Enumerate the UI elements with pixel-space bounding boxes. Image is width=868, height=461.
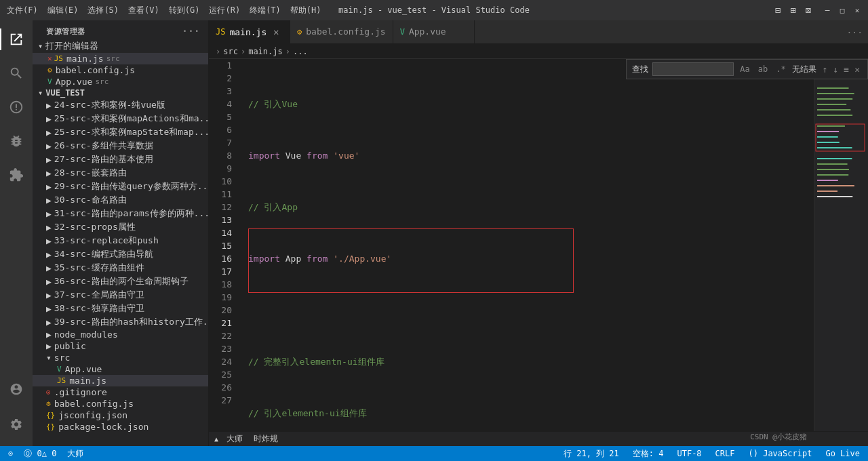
open-file-vue-name: App.vue [56,77,93,87]
file-gitignore[interactable]: ⊙ .gitignore [33,386,208,398]
maximize-button[interactable]: □ [838,6,846,14]
find-whole-word[interactable]: ab [756,64,770,75]
folder-35[interactable]: ▶ 35-src-缓存路由组件 [33,261,208,275]
panels-icon[interactable]: ⊠ [806,5,811,16]
folder-25b[interactable]: ▶ 25-src-求和案例mapState和map... [33,125,208,139]
status-spaces[interactable]: 空格: 4 [630,448,667,460]
close-button[interactable]: ✕ [853,6,861,14]
folder-31[interactable]: ▶ 31-src-路由的params传参的两种... [33,207,208,220]
folder-icon: ▶ [46,249,52,260]
status-errors[interactable]: ⓪ 0△ 0 [21,448,59,460]
status-encoding[interactable]: UTF-8 [674,449,704,458]
file-jsconfig[interactable]: {} jsconfig.json [33,409,208,421]
layout-icon[interactable]: ⊟ [775,5,781,16]
status-name[interactable]: 大师 [64,448,86,460]
find-prev-button[interactable]: ↑ [821,64,830,75]
folder-public[interactable]: ▶ public [33,340,208,352]
line-num-22: 22 [209,329,237,342]
folder-38[interactable]: ▶ 38-src-独享路由守卫 [33,302,208,315]
find-next-button[interactable]: ↓ [831,64,841,75]
breadcrumb-file[interactable]: main.js [248,47,283,56]
folder-29[interactable]: ▶ 29-src-路由传递query参数两种方... [33,180,208,193]
open-file-babel[interactable]: ⚙ babel.config.js [33,64,208,76]
activity-explorer[interactable] [0,23,33,56]
menu-run[interactable]: 运行(R) [209,5,240,16]
bottom-tab-timing[interactable]: 时炸规 [248,433,283,445]
status-git-icon[interactable]: ⊙ [5,449,16,458]
close-file-icon[interactable]: ✕ [47,54,52,63]
find-input[interactable] [652,62,734,76]
folder-27[interactable]: ▶ 27-src-路由的基本使用 [33,153,208,166]
minimize-button[interactable]: ─ [823,6,831,14]
project-section[interactable]: ▾ VUE_TEST [33,87,208,98]
folder-28[interactable]: ▶ 28-src-嵌套路由 [33,166,208,180]
folder-icon: ▶ [46,329,52,340]
menu-file[interactable]: 文件(F) [7,5,38,16]
tab-settings-button[interactable]: ··· [842,27,868,37]
file-app-vue[interactable]: V App.vue [33,363,208,375]
file-main-js[interactable]: JS main.js [33,375,208,386]
activity-source-control[interactable] [0,91,33,123]
status-eol[interactable]: CRLF [713,449,738,458]
tab-label: App.vue [409,26,446,37]
folder-26[interactable]: ▶ 26-src-多组件共享数据 [33,139,208,153]
find-regex[interactable]: .* [774,64,787,75]
folder-32[interactable]: ▶ 32-src-props属性 [33,220,208,234]
tab-close-button[interactable]: ✕ [271,26,281,37]
open-editors-section[interactable]: ▾ 打开的编辑器 [33,39,208,53]
folder-label: 35-src-缓存路由组件 [54,262,144,274]
activity-extensions[interactable] [0,159,33,191]
status-language[interactable]: () JavaScript [746,449,815,458]
tab-babel-config[interactable]: ⚙ babel.config.js [290,20,393,43]
folder-36[interactable]: ▶ 36-src-路由的两个生命周期钩子 [33,275,208,288]
folder-37[interactable]: ▶ 37-src-全局路由守卫 [33,288,208,302]
sidebar-more-icon[interactable]: ··· [182,26,200,37]
activity-debug[interactable] [0,125,33,157]
status-position[interactable]: 行 21, 列 21 [561,448,622,460]
folder-src[interactable]: ▾ src [33,352,208,363]
folder-icon: ▶ [46,168,52,178]
menu-view[interactable]: 查看(V) [128,5,159,16]
menu-help[interactable]: 帮助(H) [290,5,321,16]
breadcrumb-arrow[interactable]: › [216,47,220,56]
folder-33[interactable]: ▶ 33-src-replace和push [33,234,208,247]
sidebar-tree: ▾ 打开的编辑器 ✕ JS main.js src ⚙ babel.config… [33,39,208,446]
line-num-18: 18 [209,278,237,291]
menu-edit[interactable]: 编辑(E) [47,5,79,16]
menu-terminal[interactable]: 终端(T) [250,5,281,16]
folder-30[interactable]: ▶ 30-src-命名路由 [33,193,208,207]
bottom-tab-master[interactable]: 大师 [221,433,248,445]
folder-24[interactable]: ▶ 24-src-求和案例-纯vue版 [33,98,208,112]
find-close-button[interactable]: ✕ [852,64,862,75]
project-label: VUE_TEST [45,88,85,98]
line-num-14: 14 [209,226,237,239]
tab-app-vue[interactable]: V App.vue [393,20,475,43]
find-no-result: 无结果 [792,64,816,75]
find-case-sensitive[interactable]: Aa [738,64,751,75]
tab-main-js[interactable]: JS main.js ✕ [209,20,290,43]
folder-39[interactable]: ▶ 39-src-路由的hash和history工作... [33,315,208,329]
folder-25a[interactable]: ▶ 25-src-求和案例mapActions和ma... [33,112,208,125]
vue-file-icon: V [47,77,52,86]
open-file-app-vue[interactable]: V App.vue src [33,76,208,87]
bottom-collapse-arrow[interactable]: ▲ [214,435,218,443]
code-content[interactable]: // 引入Vue import Vue from 'vue' // 引入App … [243,59,814,431]
folder-icon: ▶ [46,277,52,287]
folder-label: 30-src-命名路由 [54,194,127,206]
open-file-main-js[interactable]: ✕ JS main.js src [33,53,208,64]
folder-34[interactable]: ▶ 34-src-编程式路由导航 [33,247,208,261]
split-icon[interactable]: ⊞ [790,5,795,16]
file-babel-config[interactable]: ⚙ babel.config.js [33,398,208,409]
breadcrumb-src[interactable]: src [223,47,238,56]
menu-goto[interactable]: 转到(G) [169,5,200,16]
activity-search[interactable] [0,57,33,89]
line-num-19: 19 [209,291,237,304]
file-package-lock[interactable]: {} package-lock.json [33,421,208,433]
menu-select[interactable]: 选择(S) [87,5,119,16]
find-list-button[interactable]: ≡ [842,64,851,75]
activity-settings[interactable] [0,408,33,441]
line-num-24: 24 [209,355,237,368]
activity-account[interactable] [0,373,33,405]
folder-node-modules[interactable]: ▶ node_modules [33,329,208,340]
status-golive[interactable]: Go Live [823,449,863,458]
